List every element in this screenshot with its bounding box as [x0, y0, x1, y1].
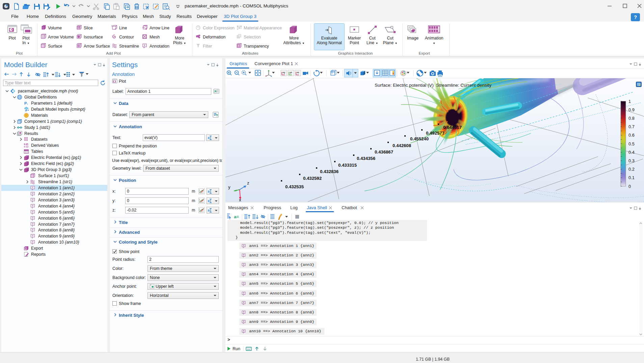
svg-text:0.7: 0.7 — [628, 124, 635, 129]
svg-text:0.432535: 0.432535 — [285, 184, 304, 189]
svg-text:0.432592: 0.432592 — [303, 176, 322, 181]
svg-text:0.433315: 0.433315 — [338, 163, 357, 168]
svg-text:0.8: 0.8 — [628, 116, 635, 121]
svg-text:i: i — [27, 103, 28, 106]
svg-text:Surface: Electric potential (V: Surface: Electric potential (V) Streamli… — [375, 83, 491, 88]
svg-text:P: P — [24, 101, 27, 105]
svg-text:0: 0 — [628, 184, 631, 189]
svg-text:0.492577: 0.492577 — [426, 131, 445, 136]
svg-text:1: 1 — [628, 99, 631, 104]
svg-text:xy: xy — [283, 71, 285, 74]
svg-text:0.455240: 0.455240 — [410, 136, 429, 141]
svg-text:0.432836: 0.432836 — [320, 169, 339, 174]
svg-text:0.9: 0.9 — [628, 107, 635, 112]
svg-text:yz: yz — [290, 71, 292, 74]
svg-text:e-12: e-12 — [24, 145, 28, 148]
svg-text:0.442608: 0.442608 — [393, 143, 411, 148]
svg-text:0.5: 0.5 — [628, 141, 635, 146]
svg-text:8.85: 8.85 — [24, 143, 28, 145]
svg-text:0.6: 0.6 — [628, 133, 635, 138]
svg-text:0.436867: 0.436867 — [375, 149, 393, 155]
svg-text:y: y — [228, 185, 231, 190]
svg-text:z: z — [247, 180, 249, 186]
svg-text:0.4: 0.4 — [628, 150, 635, 155]
svg-text:0.3: 0.3 — [628, 158, 635, 163]
svg-text:Run: Run — [233, 346, 240, 351]
svg-text:xz: xz — [297, 71, 299, 74]
svg-text:0.2: 0.2 — [628, 167, 635, 172]
svg-text:x: x — [239, 197, 241, 202]
svg-text:0.1: 0.1 — [628, 175, 635, 180]
svg-text:0.434356: 0.434356 — [357, 156, 375, 161]
svg-text:a=: a= — [234, 214, 239, 219]
svg-text:*: * — [27, 161, 28, 164]
svg-text:0.644517: 0.644517 — [443, 125, 462, 130]
